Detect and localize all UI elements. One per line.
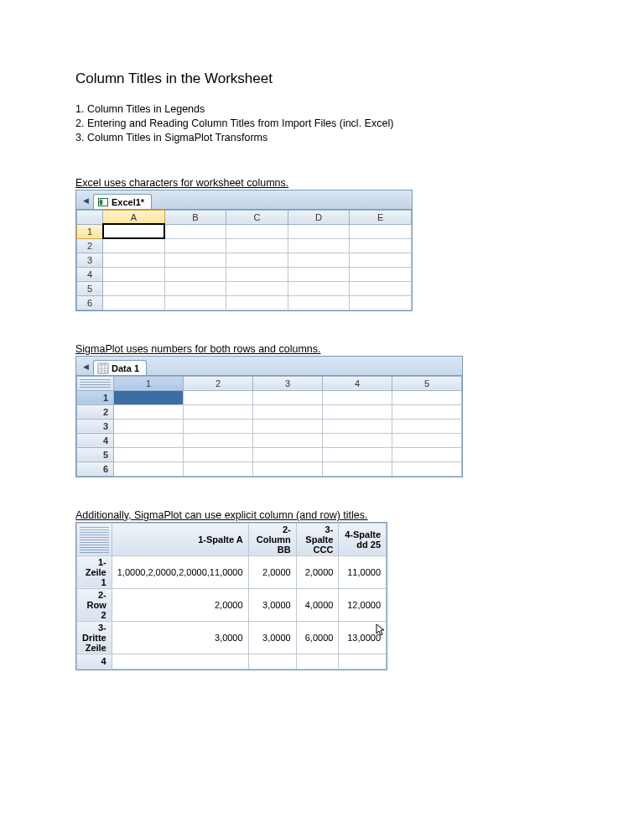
row-header[interactable]: 4 [77,267,103,281]
cell[interactable]: 2,0000 [112,588,248,621]
cell[interactable] [253,447,323,461]
cell[interactable] [288,224,350,238]
col-header[interactable]: 2 [184,376,253,390]
row-header[interactable]: 2-Row 2 [77,588,112,621]
cell[interactable] [350,267,412,281]
cell[interactable] [164,253,226,267]
cell[interactable] [184,419,253,433]
cell[interactable] [350,281,412,295]
cell[interactable] [248,654,296,669]
cell[interactable] [288,253,350,267]
cell[interactable] [226,238,288,253]
row-header[interactable]: 6 [77,461,114,476]
tab-scroll-left-icon[interactable]: ◀ [80,192,91,209]
cell[interactable] [288,295,350,310]
cell[interactable] [350,238,412,253]
cell[interactable] [114,433,184,447]
cell[interactable] [226,267,288,281]
cell[interactable] [323,433,392,447]
cell[interactable] [226,253,288,267]
cell[interactable] [164,295,226,310]
cell[interactable] [392,390,462,404]
cell[interactable]: 4,0000 [296,588,339,621]
row-header[interactable]: 5 [77,447,114,461]
cell[interactable] [350,295,412,310]
col-header[interactable]: 1 [114,376,184,390]
cell[interactable] [184,433,253,447]
cell[interactable] [184,390,253,404]
cell[interactable] [114,447,184,461]
row-header[interactable]: 1 [77,224,103,238]
col-header[interactable]: 4 [323,376,392,390]
row-header[interactable]: 4 [77,433,114,447]
cell[interactable] [164,238,226,253]
titled-grid[interactable]: 1-Spalte A 2-Column BB 3-Spalte CCC 4-Sp… [76,523,387,670]
cell[interactable] [114,461,184,476]
cell[interactable] [288,267,350,281]
cell[interactable]: 13,0000 [339,621,387,654]
excel-grid[interactable]: A B C D E 1 2 3 4 5 6 [76,210,412,310]
cell[interactable] [184,447,253,461]
cell[interactable]: 11,0000 [339,555,387,588]
cell[interactable] [339,654,387,669]
tab-scroll-left-icon[interactable]: ◀ [80,358,91,375]
col-header[interactable]: B [164,210,226,224]
row-header[interactable]: 1-Zeile 1 [77,555,112,588]
row-header[interactable]: 3 [77,419,114,433]
cell[interactable] [184,461,253,476]
cell[interactable] [253,461,323,476]
row-header[interactable]: 2 [77,238,103,253]
cell[interactable] [164,281,226,295]
row-header[interactable]: 3-Dritte Zeile [77,621,112,654]
cell[interactable] [392,419,462,433]
col-header[interactable]: 1-Spalte A [112,523,248,555]
cell[interactable] [253,390,323,404]
cell[interactable]: 3,0000 [112,621,248,654]
cell[interactable]: 3,0000 [248,588,296,621]
cell[interactable] [323,390,392,404]
cell[interactable] [350,224,412,238]
cell[interactable] [114,419,184,433]
select-all-corner[interactable] [77,376,114,390]
row-header[interactable]: 4 [77,654,112,669]
cell[interactable] [164,224,226,238]
cell[interactable] [164,267,226,281]
cell[interactable] [103,267,165,281]
cell[interactable] [253,404,323,419]
cell[interactable] [226,295,288,310]
cell[interactable] [323,404,392,419]
cell[interactable] [103,253,165,267]
cell[interactable]: 1,0000,2,0000,2,0000,11,0000 [112,555,248,588]
col-header[interactable]: 5 [392,376,462,390]
cell[interactable] [392,433,462,447]
cell[interactable]: 12,0000 [339,588,387,621]
cell[interactable] [103,238,165,253]
cell[interactable] [288,281,350,295]
row-header[interactable]: 5 [77,281,103,295]
cell[interactable] [392,461,462,476]
row-header[interactable]: 1 [77,390,114,404]
col-header[interactable]: 3 [253,376,323,390]
cell[interactable]: 3,0000 [248,621,296,654]
cell[interactable] [392,404,462,419]
col-header[interactable]: C [226,210,288,224]
col-header[interactable]: 2-Column BB [248,523,296,555]
cell[interactable] [253,433,323,447]
col-header[interactable]: E [350,210,412,224]
cell[interactable] [103,295,165,310]
cell[interactable] [288,238,350,253]
cell[interactable] [392,447,462,461]
cell[interactable] [114,390,184,404]
cell[interactable] [226,224,288,238]
cell[interactable] [296,654,339,669]
sigma-grid[interactable]: 1 2 3 4 5 1 2 3 4 5 6 [76,376,462,477]
cell[interactable] [323,419,392,433]
excel-tab[interactable]: Excel1* [93,194,152,209]
row-header[interactable]: 6 [77,295,103,310]
cell[interactable] [253,419,323,433]
cell[interactable] [112,654,248,669]
col-header[interactable]: A [103,210,165,224]
cell[interactable] [323,447,392,461]
cell[interactable] [323,461,392,476]
cell[interactable]: 6,0000 [296,621,339,654]
